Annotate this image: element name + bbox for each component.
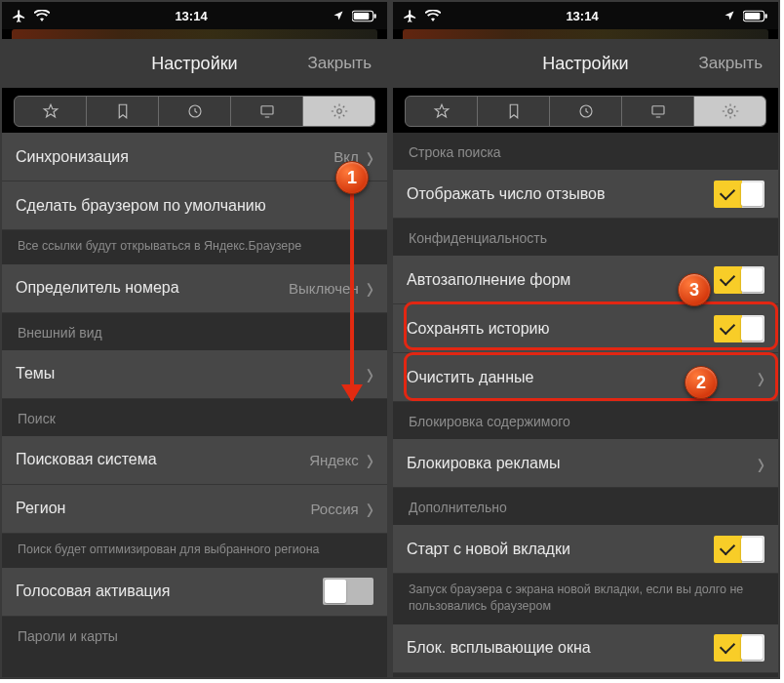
row-label: Сохранять историю [407, 320, 714, 338]
footer-default-browser: Все ссылки будут открываться в Яндекс.Бр… [2, 230, 387, 264]
chevron-right-icon: › [367, 271, 373, 305]
section-privacy: Конфиденциальность [393, 219, 778, 256]
row-label: Синхронизация [16, 148, 333, 166]
location-icon [333, 10, 344, 21]
section-extra: Дополнительно [393, 488, 778, 525]
scroll-arrow [350, 187, 354, 400]
row-default-browser[interactable]: Сделать браузером по умолчанию [2, 181, 387, 230]
chevron-right-icon: › [367, 357, 373, 391]
clock: 13:14 [175, 9, 207, 23]
row-value: Выключен [289, 280, 359, 297]
tab-preview-strip [403, 29, 768, 39]
row-themes[interactable]: Темы › [2, 350, 387, 399]
row-search-engine[interactable]: Поисковая система Яндекс › [2, 436, 387, 485]
row-label: Блокировка рекламы [407, 455, 758, 472]
row-sync[interactable]: Синхронизация Вкл › [2, 133, 387, 181]
svg-rect-2 [374, 14, 376, 18]
svg-rect-10 [652, 106, 664, 114]
tab-settings[interactable] [694, 97, 765, 126]
category-tabs [405, 96, 766, 127]
section-content-blocking: Блокировка содержимого [393, 402, 778, 439]
chevron-right-icon: › [758, 446, 764, 480]
chevron-right-icon: › [367, 140, 373, 174]
row-label: Определитель номера [16, 279, 289, 297]
battery-icon [743, 10, 768, 22]
clock: 13:14 [566, 9, 598, 23]
row-value: Яндекс [309, 452, 358, 468]
settings-header: Настройки Закрыть [393, 39, 778, 88]
toggle-voice[interactable] [323, 578, 373, 605]
row-block-popups[interactable]: Блок. всплывающие окна [393, 624, 778, 673]
row-label: Блок. всплывающие окна [407, 639, 714, 657]
row-label: Отображать число отзывов [407, 185, 714, 203]
wifi-icon [34, 10, 50, 21]
settings-header: Настройки Закрыть [2, 39, 387, 88]
tab-devices[interactable] [622, 97, 694, 126]
tab-preview-strip [12, 29, 377, 39]
row-adblock[interactable]: Блокировка рекламы › [393, 439, 778, 488]
toggle-save-history[interactable] [714, 315, 764, 342]
settings-list[interactable]: Синхронизация Вкл › Сделать браузером по… [2, 133, 387, 677]
tab-history[interactable] [550, 97, 622, 126]
row-label: Голосовая активация [16, 583, 323, 600]
row-label: Автозаполнение форм [407, 271, 714, 289]
row-autofill[interactable]: Автозаполнение форм [393, 256, 778, 304]
row-voice-activation[interactable]: Голосовая активация [2, 568, 387, 617]
toggle-new-tab[interactable] [714, 536, 764, 563]
battery-icon [352, 10, 377, 22]
tab-bookmarks[interactable] [87, 97, 159, 126]
toggle-autofill[interactable] [714, 266, 764, 294]
toggle-reviews[interactable] [714, 181, 764, 208]
tab-bookmarks[interactable] [478, 97, 550, 126]
left-screen: 13:14 Настройки Закрыть Син [2, 2, 387, 677]
tab-devices[interactable] [231, 97, 303, 126]
row-reviews-count[interactable]: Отображать число отзывов [393, 170, 778, 219]
row-save-history[interactable]: Сохранять историю [393, 304, 778, 353]
row-region[interactable]: Регион Россия › [2, 485, 387, 534]
location-icon [724, 10, 735, 21]
svg-rect-7 [745, 13, 761, 20]
status-bar: 13:14 [393, 2, 778, 29]
tab-history[interactable] [159, 97, 231, 126]
wifi-icon [425, 10, 441, 21]
footer-region: Поиск будет оптимизирован для выбранного… [2, 534, 387, 568]
row-label: Поисковая система [16, 451, 309, 468]
section-search: Поиск [2, 399, 387, 436]
tab-settings[interactable] [303, 97, 374, 126]
page-title: Настройки [2, 54, 387, 74]
section-search-bar: Строка поиска [393, 133, 778, 170]
row-clear-data[interactable]: Очистить данные › [393, 353, 778, 402]
row-value: Россия [310, 501, 358, 517]
settings-list[interactable]: Строка поиска Отображать число отзывов К… [393, 133, 778, 677]
chevron-right-icon: › [758, 360, 764, 394]
row-caller-id[interactable]: Определитель номера Выключен › [2, 264, 387, 313]
tab-favorites[interactable] [15, 97, 87, 126]
row-label: Старт с новой вкладки [407, 541, 714, 558]
footer-new-tab: Запуск браузера с экрана новой вкладки, … [393, 574, 778, 624]
svg-rect-4 [261, 106, 273, 114]
row-label: Регион [16, 500, 310, 517]
row-label: Темы [16, 365, 367, 382]
svg-point-5 [336, 109, 341, 114]
chevron-right-icon: › [367, 492, 373, 526]
callout-marker-2: 2 [685, 366, 718, 399]
svg-point-11 [727, 109, 732, 114]
row-new-tab-start[interactable]: Старт с новой вкладки [393, 525, 778, 574]
svg-rect-8 [765, 14, 767, 18]
svg-rect-1 [354, 13, 370, 20]
section-passwords: Пароли и карты [2, 617, 387, 654]
section-appearance: Внешний вид [2, 313, 387, 350]
tab-favorites[interactable] [406, 97, 478, 126]
page-title: Настройки [393, 54, 778, 74]
callout-marker-3: 3 [678, 273, 711, 306]
callout-marker-1: 1 [335, 161, 369, 194]
status-bar: 13:14 [2, 2, 387, 29]
chevron-right-icon: › [367, 443, 373, 477]
row-label: Сделать браузером по умолчанию [16, 197, 373, 215]
airplane-mode-icon [12, 9, 26, 23]
category-tabs [14, 96, 375, 127]
right-screen: 13:14 Настройки Закрыть Строка поиск [393, 2, 778, 677]
airplane-mode-icon [403, 9, 417, 23]
toggle-popups[interactable] [714, 634, 764, 662]
